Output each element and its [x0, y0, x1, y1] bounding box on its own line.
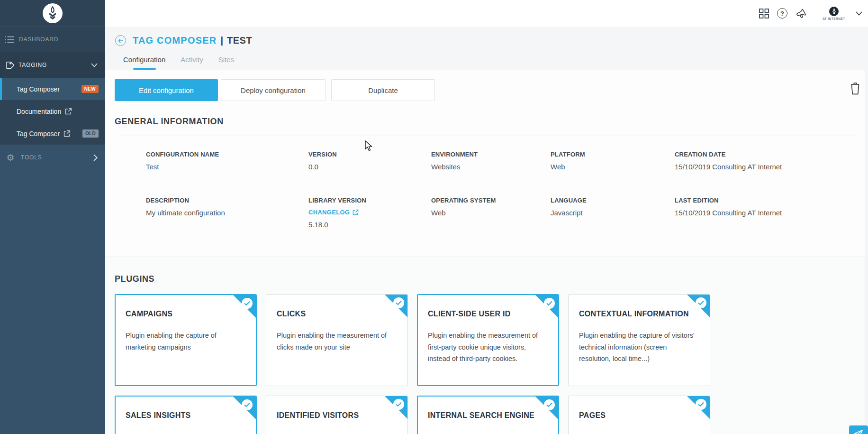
sidebar-item-dashboard[interactable]: DASHBOARD	[0, 27, 105, 52]
plugin-card-sales-insights[interactable]: SALES INSIGHTS Plugin enabling the measu…	[115, 396, 257, 434]
feedback-launcher-button[interactable]	[849, 425, 868, 434]
sidebar-item-tag-composer[interactable]: Tag Composer NEW	[0, 78, 105, 100]
plugin-cards-row-2: SALES INSIGHTS Plugin enabling the measu…	[115, 396, 710, 434]
sidebar-section-label: TOOLS	[21, 154, 42, 161]
plugin-card-description: Plugin enabling the measurement of	[428, 431, 548, 434]
tab-bar: Configuration Activity Sites	[122, 55, 235, 70]
field-label: OPERATING SYSTEM	[431, 197, 551, 204]
field-label: CONFIGURATION NAME	[146, 151, 308, 158]
check-icon	[696, 399, 706, 410]
plugin-card-description: Plugin enabling the capture of visitors'…	[579, 330, 699, 365]
field-value: Javascript	[551, 209, 675, 217]
plugin-card-clicks[interactable]: CLICKS Plugin enabling the measurement o…	[266, 294, 408, 386]
field-environment: ENVIRONMENT Websites	[431, 151, 551, 171]
new-badge: NEW	[81, 85, 99, 93]
general-info-row-1: CONFIGURATION NAME Test VERSION 0.0 ENVI…	[146, 151, 782, 171]
configuration-panel: Edit configuration Deploy configuration …	[105, 70, 868, 257]
field-operating-system: OPERATING SYSTEM Web	[431, 197, 551, 229]
plugin-card-title: CLIENT-SIDE USER ID	[428, 310, 548, 318]
plugin-card-title: CAMPAIGNS	[126, 310, 246, 318]
page-title-product: TAG COMPOSER	[133, 35, 217, 46]
edit-configuration-button[interactable]: Edit configuration	[115, 79, 218, 101]
external-link-icon	[65, 108, 72, 115]
field-value: 15/10/2019 Consulting AT Internet	[675, 209, 782, 217]
account-chevron-icon[interactable]	[856, 11, 862, 16]
sidebar-item-label: Tag Composer	[17, 130, 60, 138]
back-button[interactable]	[115, 35, 126, 46]
tag-icon	[4, 60, 14, 70]
vertical-scrollbar[interactable]	[865, 70, 868, 434]
page-header: TAG COMPOSER | TEST Configuration Activi…	[105, 27, 868, 70]
app-root: DASHBOARD TAGGING Tag Composer NEW Docum…	[0, 0, 868, 434]
plugins-panel: PLUGINS CAMPAIGNS Plugin enabling the ca…	[105, 257, 868, 434]
page-title-separator: |	[220, 35, 223, 46]
plugin-card-identified-visitors[interactable]: IDENTIFIED VISITORS Plugin enabling the …	[266, 396, 408, 434]
heading-divider	[115, 136, 861, 136]
account-button[interactable]: AT INTERNET	[820, 7, 848, 20]
external-link-icon	[353, 209, 359, 215]
check-icon	[393, 297, 404, 308]
field-value: Websites	[431, 163, 551, 171]
check-icon	[544, 399, 555, 410]
field-label: DESCRIPTION	[146, 197, 308, 204]
plugin-card-internal-search-engine[interactable]: INTERNAL SEARCH ENGINE Plugin enabling t…	[417, 396, 559, 434]
brand-logo-block[interactable]	[0, 0, 105, 27]
tab-sites[interactable]: Sites	[217, 55, 235, 70]
gear-icon: ⚙	[5, 153, 16, 162]
plugins-heading: PLUGINS	[115, 274, 154, 284]
field-label: LANGUAGE	[551, 197, 675, 204]
chevron-down-icon	[91, 63, 98, 67]
plugin-card-title: CONTEXTUAL INFORMATION	[579, 310, 699, 318]
field-value: 0.0	[308, 163, 431, 171]
breadcrumb: TAG COMPOSER | TEST	[115, 35, 252, 46]
apps-grid-icon[interactable]	[759, 9, 769, 18]
field-value: 5.18.0	[308, 221, 431, 229]
field-version: VERSION 0.0	[308, 151, 431, 171]
check-icon	[242, 298, 253, 309]
topbar: ? AT INTERNET	[105, 0, 868, 27]
account-logo-icon	[829, 7, 839, 16]
plugin-card-pages[interactable]: PAGES Plugin enabling the measurement of	[568, 396, 710, 434]
external-link-icon	[63, 130, 71, 137]
field-library-version: LIBRARY VERSION CHANGELOG 5.18.0	[308, 197, 431, 229]
changelog-link[interactable]: CHANGELOG	[308, 209, 431, 216]
tab-configuration[interactable]: Configuration	[122, 55, 166, 70]
sidebar-item-label: Documentation	[17, 108, 61, 115]
delete-trash-icon[interactable]	[849, 82, 861, 97]
sidebar-section-tools[interactable]: ⚙ TOOLS	[0, 145, 105, 170]
sidebar-item-documentation[interactable]: Documentation	[0, 100, 105, 122]
check-icon	[393, 399, 404, 410]
megaphone-icon[interactable]	[796, 8, 807, 19]
brand-logo-icon	[43, 3, 63, 23]
field-label: LIBRARY VERSION	[308, 197, 431, 204]
help-icon[interactable]: ?	[777, 8, 787, 18]
field-label: PLATFORM	[551, 151, 675, 158]
sidebar-item-label: DASHBOARD	[19, 36, 58, 43]
duplicate-button[interactable]: Duplicate	[331, 79, 435, 101]
plugin-card-description: Plugin enabling the measurement of click…	[277, 330, 397, 353]
field-value: Test	[146, 163, 308, 171]
deploy-configuration-button[interactable]: Deploy configuration	[221, 79, 326, 101]
sidebar-section-label: TAGGING	[18, 62, 47, 68]
general-information-heading: GENERAL INFORMATION	[115, 117, 224, 127]
action-toolbar: Edit configuration Deploy configuration …	[115, 79, 435, 101]
plugin-card-description: Plugin enabling the measurement of	[277, 431, 397, 434]
tab-activity[interactable]: Activity	[180, 55, 204, 70]
sidebar-section-tagging[interactable]: TAGGING	[0, 52, 105, 78]
sidebar-item-tag-composer-old[interactable]: Tag Composer OLD	[0, 122, 105, 145]
chevron-right-icon	[93, 154, 98, 161]
plugin-card-title: SALES INSIGHTS	[126, 411, 246, 420]
plugin-card-campaigns[interactable]: CAMPAIGNS Plugin enabling the capture of…	[115, 294, 257, 386]
check-icon	[696, 297, 706, 308]
field-configuration-name: CONFIGURATION NAME Test	[146, 151, 308, 171]
plugin-card-client-side-user-id[interactable]: CLIENT-SIDE USER ID Plugin enabling the …	[417, 294, 559, 386]
plugin-card-contextual-information[interactable]: CONTEXTUAL INFORMATION Plugin enabling t…	[568, 294, 710, 386]
field-label: ENVIRONMENT	[431, 151, 551, 158]
check-icon	[544, 298, 555, 309]
sidebar: DASHBOARD TAGGING Tag Composer NEW Docum…	[0, 0, 105, 434]
plugin-card-description: Plugin enabling the capture of marketing…	[126, 330, 246, 353]
changelog-link-label: CHANGELOG	[308, 209, 350, 216]
field-value: 15/10/2019 Consulting AT Internet	[675, 163, 782, 171]
field-label: CREATION DATE	[675, 151, 782, 158]
plugin-card-title: PAGES	[579, 411, 699, 420]
